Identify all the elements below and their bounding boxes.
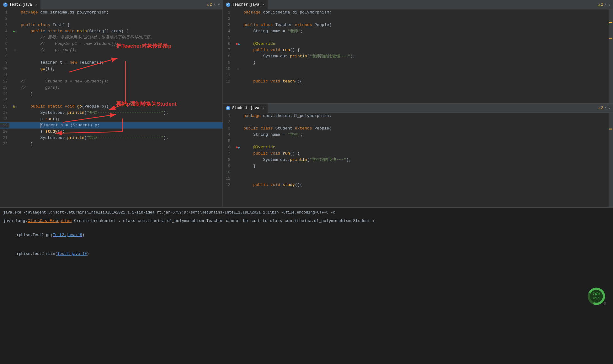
tab-icon-test2: C xyxy=(3,3,8,7)
warn-count-left: 2 xyxy=(210,3,212,7)
table-row: 5 xyxy=(223,34,613,41)
tab-teacher[interactable]: C Teacher.java ✕ xyxy=(223,0,268,9)
table-row: 1 package com.itheima.d1_polymorphism; xyxy=(223,9,613,16)
warn-count-student: 2 xyxy=(601,106,603,110)
table-row: 10 ◎ xyxy=(223,66,613,72)
error-text-end: class com.itheima.d1_polymorphism.Studen… xyxy=(268,219,375,223)
table-row: 14 } xyxy=(0,91,222,97)
table-row: 13 // go(s); xyxy=(0,85,222,91)
table-row: 2 xyxy=(0,16,222,22)
table-row: 16 @ ◎ public static void go(People p){ xyxy=(0,103,222,110)
table-row: 21 System.out.println("结束---------------… xyxy=(0,135,222,141)
table-row: 6 ● ▶ @Override xyxy=(223,144,613,150)
table-row: 9 Teacher t = new Teacher(); xyxy=(0,60,222,66)
table-row: 5 xyxy=(223,138,613,144)
tab-label-test2: Test2.java xyxy=(9,3,32,7)
prev-warning-teacher[interactable]: ∧ xyxy=(604,3,607,7)
table-row: 11 xyxy=(0,72,222,78)
table-row: 6 // People p1 = new Student(); xyxy=(0,41,222,47)
table-row: 2 xyxy=(223,16,613,22)
next-warning-teacher[interactable]: ∨ xyxy=(608,3,611,7)
stack1-link[interactable]: Test2.java:19 xyxy=(53,233,82,237)
table-row: 18 p.run(); xyxy=(0,116,222,122)
student-code-lines: 1 package com.itheima.d1_polymorphism; 2… xyxy=(223,113,613,188)
tab-label-teacher: Teacher.java xyxy=(232,3,259,7)
table-row: 4 String name = "学生"; xyxy=(223,132,613,138)
warn-area-teacher: ⚠ 2 ∧ ∨ xyxy=(598,3,613,7)
console-section: java.exe -javaagent:D:\soft\JetBrains\In… xyxy=(0,207,613,364)
left-code-content: 1 package com.itheima.d1_polymorphism; 2 xyxy=(0,9,222,207)
table-row: 7 public void run() { xyxy=(223,47,613,53)
gear-icon: ⚙ xyxy=(604,301,606,306)
table-row: 6 ● ▶ @Override xyxy=(223,41,613,47)
stack1-suffix: ) xyxy=(82,233,84,237)
table-row: 20 s.study(); xyxy=(0,129,222,135)
table-row: 19 Student s = (Student) p; xyxy=(0,122,222,129)
right-pane: C Teacher.java ✕ ⚠ 2 ∧ ∨ xyxy=(223,0,613,207)
table-row: 12 public void study(){ xyxy=(223,182,613,188)
tab-icon-student: C xyxy=(226,106,230,110)
tab-test2[interactable]: C Test2.java ✕ xyxy=(0,0,40,9)
table-row: 10 go(t); xyxy=(0,66,222,72)
table-row: 9 } xyxy=(223,163,613,169)
warn-icon-student: ⚠ xyxy=(598,106,600,110)
table-row: 8 System.out.println("老师跑的比较慢~~~"); xyxy=(223,53,613,60)
prev-warning-student[interactable]: ∧ xyxy=(604,106,607,110)
warn-icon-teacher: ⚠ xyxy=(598,3,600,7)
student-code-area: 1 package com.itheima.d1_polymorphism; 2… xyxy=(223,113,613,207)
svg-text:63°C: 63°C xyxy=(593,297,600,300)
table-row: 3 public class Test2 { xyxy=(0,22,222,28)
tab-label-student: Student.java xyxy=(232,106,259,110)
table-row: 9 } xyxy=(223,60,613,66)
left-tab-bar: C Test2.java ✕ ⚠ 2 ∧ ∨ xyxy=(0,0,222,9)
stack2-link[interactable]: Test2.java:10 xyxy=(57,252,87,256)
stack-line-1: rphism.Test2.go(Test2.java:19) xyxy=(3,226,610,245)
tab-close-test2[interactable]: ✕ xyxy=(35,3,37,7)
stack1-prefix: rphism.Test2.go( xyxy=(17,233,53,237)
prev-warning-left[interactable]: ∧ xyxy=(213,3,216,7)
table-row: 17 System.out.println("开始---------------… xyxy=(0,110,222,116)
tab-student[interactable]: C Student.java ✕ xyxy=(223,103,268,113)
tab-icon-teacher: C xyxy=(226,3,230,7)
table-row: 12 public void teach(){ xyxy=(223,78,613,85)
console-command: java.exe -javaagent:D:\soft\JetBrains\In… xyxy=(3,209,610,216)
editors-row: C Test2.java ✕ ⚠ 2 ∧ ∨ xyxy=(0,0,613,207)
warn-count-teacher: 2 xyxy=(601,3,603,7)
classcastexception-link[interactable]: ClassCastException xyxy=(28,219,72,223)
table-row: 8 System.out.println("学生跑的飞快~~~"); xyxy=(223,157,613,163)
table-row: 11 xyxy=(223,176,613,182)
table-row: 12 // Student s = new Student(); xyxy=(0,78,222,85)
next-warning-student[interactable]: ∨ xyxy=(608,106,611,110)
left-pane-wrapper: C Test2.java ✕ ⚠ 2 ∧ ∨ xyxy=(0,0,223,207)
right-bottom-editor: C Student.java ✕ ⚠ 2 ∧ ∨ xyxy=(223,103,613,207)
right-top-editor: C Teacher.java ✕ ⚠ 2 ∧ ∨ xyxy=(223,0,613,103)
table-row: 3 public class Student extends People{ xyxy=(223,125,613,132)
tab-close-teacher[interactable]: ✕ xyxy=(262,3,264,7)
table-row: 7 public void run() { xyxy=(223,150,613,157)
table-row: 7 ◎ // p1.run(); xyxy=(0,47,222,53)
stack2-prefix: rphism.Test2.main( xyxy=(17,252,57,256)
warn-icon-left: ⚠ xyxy=(207,3,209,7)
left-code-area: 1 package com.itheima.d1_polymorphism; 2 xyxy=(0,9,222,207)
teacher-code-area: 1 package com.itheima.d1_polymorphism; 2… xyxy=(223,9,613,103)
error-to-word: to xyxy=(263,219,268,223)
stack2-suffix: ) xyxy=(87,252,89,256)
console-error-line: java.lang.ClassCastException Create brea… xyxy=(3,218,610,224)
main-layout: C Test2.java ✕ ⚠ 2 ∧ ∨ xyxy=(0,0,613,364)
cpu-indicator: 74% 63°C ⚙ xyxy=(587,287,606,306)
right-top-tab-bar: C Teacher.java ✕ ⚠ 2 ∧ ∨ xyxy=(223,0,613,9)
table-row: 4 ▶ ◎ public static void main(String[] a… xyxy=(0,28,222,34)
table-row: 15 xyxy=(0,97,222,103)
table-row: 22 } xyxy=(0,141,222,147)
next-warning-left[interactable]: ∨ xyxy=(217,3,221,7)
table-row: 5 // 目标: 掌握使用多态的好处，以及多态下的类型转换问题。 xyxy=(0,34,222,41)
table-row: 8 xyxy=(0,53,222,60)
table-row: 3 public class Teacher extends People{ xyxy=(223,22,613,28)
tab-close-student[interactable]: ✕ xyxy=(262,106,264,110)
table-row: 11 xyxy=(223,72,613,78)
table-row: 4 String name = "老师"; xyxy=(223,28,613,34)
table-row: 1 package com.itheima.d1_polymorphism; xyxy=(223,113,613,119)
error-text-prefix: java.lang. xyxy=(3,219,28,223)
table-row: 1 package com.itheima.d1_polymorphism; xyxy=(0,9,222,16)
warn-area-student: ⚠ 2 ∧ ∨ xyxy=(598,106,613,110)
